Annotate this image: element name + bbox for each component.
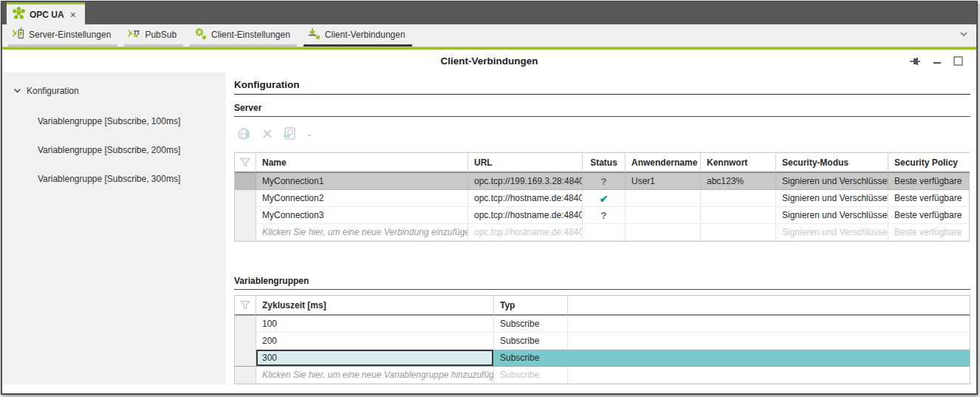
connection-security-policy-cell[interactable]: Beste verfügbare [888,190,970,207]
group-filler-cell [568,350,970,367]
group-filler-cell [568,367,970,384]
new-connection-hint-cell[interactable]: Klicken Sie hier, um eine neue Verbindun… [256,224,468,241]
sidebar-item-group-300ms[interactable]: Variablengruppe [Subscribe, 300ms] [2,155,226,184]
pin-icon[interactable] [909,55,921,69]
server-table: Name URL Status Anwendername Kennwort Se… [234,152,970,242]
opcua-config-window: OPC UA × Server-Einstellungen [1,1,978,395]
content-area: Konfiguration Variablengruppe [Subscribe… [2,72,976,384]
groups-filter-icon[interactable] [235,296,256,316]
discover-servers-icon[interactable] [237,126,253,145]
section-heading-konfiguration: Konfiguration [234,79,970,95]
connection-name-cell[interactable]: MyConnection1 [256,173,468,190]
new-connection-security-policy-cell[interactable]: Beste verfügbare [888,224,970,241]
section-heading-variablengruppen: Variablengruppen [234,276,970,290]
new-group-hint-cell[interactable]: Klicken Sie hier, um eine neue Variablen… [256,367,494,384]
status-connected-icon: ✔ [600,193,609,205]
maximize-icon[interactable] [953,55,963,69]
main-panel: Konfiguration Server [226,72,976,384]
group-cycle-cell[interactable]: 200 [256,333,494,350]
tab-title: OPC UA [30,10,64,20]
client-settings-button[interactable]: Client-Einstellungen [190,27,297,47]
group-cycle-cell[interactable]: 100 [256,316,494,333]
chevron-down-icon [13,84,21,98]
new-connection-password-cell[interactable] [701,224,776,241]
connection-name-cell[interactable]: MyConnection3 [256,207,468,224]
row-header-cell[interactable] [235,367,256,384]
connection-security-mode-cell[interactable]: Signieren und Verschlüsseln [776,173,888,190]
delete-icon[interactable] [261,128,273,143]
connection-user-cell[interactable] [626,207,701,224]
client-settings-label: Client-Einstellungen [211,30,290,40]
client-settings-icon [193,27,208,44]
server-settings-button[interactable]: Server-Einstellungen [8,27,117,47]
connection-user-cell[interactable]: User1 [626,173,701,190]
dropdown-caret-icon[interactable] [306,129,313,142]
connection-password-cell[interactable] [701,190,776,207]
server-filter-icon[interactable] [235,153,256,173]
connection-url-cell[interactable]: opc.tcp://hostname.de:4840 [468,207,583,224]
connection-status-cell: ✔ [583,190,626,207]
toolbar-overflow-chevron-icon[interactable] [959,29,969,42]
new-connection-user-cell[interactable] [626,224,701,241]
client-connections-label: Client-Verbindungen [325,30,405,40]
tab-close-icon[interactable]: × [69,10,78,20]
pubsub-label: PubSub [145,30,177,40]
server-col-password: Kennwort [701,153,776,173]
sidebar-item-konfiguration[interactable]: Konfiguration [2,72,226,98]
variable-groups-table: Zykluszeit [ms] Typ 100 Subscribe 200 Su… [234,295,970,384]
connection-security-mode-cell[interactable]: Signieren und Verschlüsseln [776,207,888,224]
connection-password-cell[interactable]: abc123% [701,173,776,190]
connection-status-cell: ? [583,173,626,190]
server-col-security-mode: Security-Modus [776,153,888,173]
group-type-cell[interactable]: Subscribe [494,316,568,333]
client-connections-button[interactable]: Client-Verbindungen [304,27,412,47]
row-header-cell[interactable] [235,190,256,207]
server-settings-label: Server-Einstellungen [29,30,111,40]
new-connection-status-cell [583,224,626,241]
group-cycle-cell-editing[interactable]: 300 [256,350,494,367]
server-col-security-policy: Security Policy [888,153,970,173]
new-connection-security-mode-cell[interactable]: Signieren und Verschlüsseln [776,224,888,241]
connection-name-cell[interactable]: MyConnection2 [256,190,468,207]
client-connections-icon [307,27,321,44]
group-filler-cell [568,316,970,333]
row-header-cell[interactable] [235,173,256,190]
groups-col-filler [568,296,970,316]
new-group-type-cell[interactable]: Subscribe [494,367,568,384]
groups-col-type: Typ [494,296,568,316]
status-unknown-icon: ? [601,176,607,187]
server-col-status: Status [583,153,626,173]
sidebar-item-group-200ms[interactable]: Variablengruppe [Subscribe, 200ms] [2,126,226,155]
group-type-cell[interactable]: Subscribe [494,350,568,367]
sidebar-item-group-100ms[interactable]: Variablengruppe [Subscribe, 100ms] [2,98,226,126]
tab-opc-ua[interactable]: OPC UA × [7,2,85,24]
connection-url-cell[interactable]: opc.tcp://hostname.de:4840 [468,190,583,207]
row-header-cell[interactable] [235,224,256,241]
connection-security-policy-cell[interactable]: Beste verfügbare [888,207,970,224]
row-header-cell[interactable] [235,316,256,333]
tab-bar: OPC UA × [2,2,976,24]
server-col-url: URL [468,153,583,173]
page-title: Client-Verbindungen [2,55,976,67]
row-header-cell[interactable] [235,207,256,224]
connection-security-mode-cell[interactable]: Signieren und Verschlüsseln [776,190,888,207]
connection-password-cell[interactable] [701,207,776,224]
new-connection-url-cell[interactable]: opc.tcp://hostname.de:4840 [468,224,583,241]
row-header-cell[interactable] [235,333,256,350]
server-table-toolbar [234,117,970,152]
minimize-icon[interactable] [933,55,942,69]
pubsub-button[interactable]: PubSub [124,27,183,47]
group-filler-cell [568,333,970,350]
opcua-logo-icon [13,7,25,22]
panel-title-bar: Client-Verbindungen [2,50,976,72]
groups-col-cycle: Zykluszeit [ms] [256,296,494,316]
server-col-user: Anwendername [626,153,701,173]
connection-user-cell[interactable] [626,190,701,207]
connection-status-cell: ? [583,207,626,224]
certificate-export-icon[interactable] [281,126,298,145]
connection-security-policy-cell[interactable]: Beste verfügbare [888,173,970,190]
connection-url-cell[interactable]: opc.tcp://199.169.3.28:4840 [468,173,583,190]
group-type-cell[interactable]: Subscribe [494,333,568,350]
row-header-cell[interactable] [235,350,256,367]
server-settings-icon [12,27,25,43]
